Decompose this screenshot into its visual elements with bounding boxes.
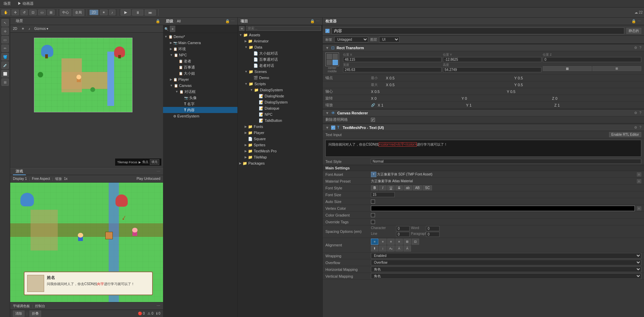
- fs-strikethrough-btn[interactable]: S: [395, 185, 403, 190]
- v-mapping-dropdown[interactable]: 角色: [371, 273, 641, 279]
- project-item-sprites[interactable]: ▶ 📁 Sprites: [238, 142, 322, 148]
- console-label[interactable]: 控制台: [35, 304, 45, 309]
- canvas-settings-icon[interactable]: ⚙: [634, 111, 637, 115]
- pos-y-input[interactable]: [443, 57, 541, 62]
- overflow-dropdown[interactable]: Overflow: [371, 260, 641, 265]
- cull-checkbox[interactable]: [371, 118, 375, 122]
- rtl-editor-btn[interactable]: Enable RTL Editor: [609, 132, 641, 137]
- project-item-packages[interactable]: ▶ 📁 Packages: [238, 160, 322, 166]
- align-right-btn[interactable]: ≡: [387, 239, 395, 245]
- project-search-input[interactable]: [246, 26, 321, 31]
- material-select-btn[interactable]: ○: [637, 179, 641, 183]
- font-size-input[interactable]: [371, 192, 395, 197]
- char-input[interactable]: [396, 226, 410, 231]
- rect-help-icon[interactable]: ?: [639, 46, 641, 50]
- tool-move2[interactable]: ✛: [1, 27, 9, 35]
- canvas-renderer-header[interactable]: ▼ 👁 Canvas Renderer ⚙ ?: [323, 109, 644, 116]
- hierarchy-item-dialogbox[interactable]: ▼ 📋 对话框: [163, 89, 237, 95]
- anchor-visual[interactable]: [325, 53, 339, 66]
- project-item-lzdh[interactable]: ▶ 📄 老者对话: [238, 62, 322, 69]
- scene-audio-btn[interactable]: ♪: [27, 26, 32, 31]
- tool-rect[interactable]: ▭: [38, 10, 46, 15]
- align-top-btn[interactable]: ⬆: [371, 245, 378, 251]
- tool-all[interactable]: ⊞: [47, 10, 55, 15]
- tool-picker[interactable]: 💉: [1, 61, 9, 69]
- hierarchy-item-name[interactable]: ▶ T 名字: [163, 101, 237, 107]
- rect-settings-icon[interactable]: ⚙: [634, 46, 637, 50]
- align-justify-btn[interactable]: ≡: [395, 239, 403, 245]
- tmp-help-icon[interactable]: ?: [639, 126, 641, 129]
- project-item-demo[interactable]: ▶ 🎬 Demo: [238, 75, 322, 81]
- tool-move[interactable]: ✛: [12, 10, 19, 15]
- view-2d-btn[interactable]: 2D: [89, 10, 99, 15]
- align-descender-btn[interactable]: Ā: [404, 245, 411, 251]
- project-item-square[interactable]: ▶ 📄 Square: [238, 136, 322, 142]
- project-item-bstdh[interactable]: ▶ 📄 百事通对话: [238, 56, 322, 62]
- options-icon[interactable]: ⋯: [231, 19, 235, 23]
- fs-underline-btn[interactable]: U: [387, 185, 395, 190]
- project-item-data[interactable]: ▼ 📁 Data: [238, 44, 322, 50]
- align-baseline-btn[interactable]: Ā: [395, 245, 403, 251]
- canvas-help-icon[interactable]: ?: [639, 111, 641, 115]
- project-item-dialoque[interactable]: ▶ 📝 Dialoque: [238, 105, 322, 111]
- view-lighting[interactable]: ☀: [100, 10, 108, 15]
- tool-scale[interactable]: ⊡: [29, 10, 37, 15]
- scene-light-btn[interactable]: ☀: [20, 26, 26, 31]
- collapse-btn[interactable]: 折叠: [30, 311, 41, 317]
- text-style-dropdown[interactable]: Normal: [371, 159, 641, 164]
- pause-button[interactable]: ⏸: [132, 10, 143, 16]
- tool-paint[interactable]: 🪣: [1, 53, 9, 60]
- hierarchy-item-demo[interactable]: ▼ 📋 Demo*: [163, 34, 237, 40]
- rt-btn1[interactable]: ▦: [543, 66, 592, 71]
- hierarchy-item-content[interactable]: ▶ T 内容: [163, 107, 237, 113]
- tilemap-focus-dropdown[interactable]: 填元: [150, 159, 159, 165]
- override-tags-checkbox[interactable]: [371, 220, 375, 224]
- tool-hand[interactable]: ✋: [1, 10, 10, 15]
- game-settings-icon[interactable]: ⋯: [157, 169, 160, 174]
- project-item-tmp[interactable]: ▶ 📁 TextMesh Pro: [238, 148, 322, 154]
- menu-scene[interactable]: 场景: [1, 1, 13, 6]
- hierarchy-item-avatar[interactable]: ▶ 📷 头像: [163, 95, 237, 101]
- wrapping-dropdown[interactable]: Enabled: [371, 253, 641, 259]
- tag-dropdown[interactable]: Untagged: [334, 37, 368, 42]
- tmp-text-area[interactable]: 问我你就问对人了，你去CSDN找<color=red>向宇</color>进行学…: [325, 140, 641, 157]
- tab-scene[interactable]: 场景: [13, 18, 26, 25]
- hierarchy-item-eventsystem[interactable]: ▶ ⚙ EventSystem: [163, 113, 237, 119]
- project-item-assets[interactable]: ▼ 📁 Assets: [238, 32, 322, 38]
- project-item-dialogsysscript[interactable]: ▶ 📝 DialogSystem: [238, 99, 322, 105]
- hierarchy-item-player[interactable]: ▶ 📋 Player: [163, 76, 237, 82]
- tool-fill[interactable]: ⊞: [1, 78, 9, 86]
- project-item-dialogsys[interactable]: ▼ 📁 DialogSystem: [238, 87, 322, 93]
- tool-box[interactable]: ▭: [1, 36, 9, 43]
- project-item-talkbutton[interactable]: ▶ 📝 TalkButton: [238, 117, 322, 124]
- align-center-btn[interactable]: ≡: [379, 239, 387, 245]
- object-enabled-checkbox[interactable]: [325, 29, 329, 33]
- layer-dropdown[interactable]: UI: [379, 37, 399, 42]
- tab-game[interactable]: 游戏: [13, 168, 26, 175]
- display-label[interactable]: Display 1: [13, 177, 27, 181]
- line-input[interactable]: [396, 232, 410, 237]
- project-item-dxjdh[interactable]: ▶ 📄 大小姐对话: [238, 50, 322, 56]
- paragraph-input[interactable]: [426, 232, 440, 237]
- hierarchy-item-npc[interactable]: ▼ 📋 NPC: [163, 52, 237, 58]
- options-icon[interactable]: ⋯: [638, 19, 641, 23]
- pos-z-input[interactable]: [543, 57, 641, 62]
- hierarchy-item-env[interactable]: ▶ 📋 环境: [163, 46, 237, 52]
- align-geo-btn[interactable]: ⊡: [412, 239, 419, 245]
- step-button[interactable]: ⏭: [145, 10, 156, 16]
- lock-icon[interactable]: 🔒: [310, 19, 315, 23]
- word-input[interactable]: [426, 226, 440, 231]
- pos-x-input[interactable]: [343, 57, 442, 62]
- tool-rotate[interactable]: ↺: [20, 10, 28, 15]
- tmp-enabled-checkbox[interactable]: [331, 126, 335, 130]
- tmp-header[interactable]: ▼ T TextMeshPro - Text (UI) ⚙ ?: [323, 124, 644, 131]
- lock-icon[interactable]: 🔒: [156, 19, 160, 23]
- width-input[interactable]: [343, 67, 442, 72]
- menu-animator[interactable]: ▶ 动画器: [16, 1, 36, 6]
- aspect-label[interactable]: Free Aspect: [32, 177, 50, 181]
- align-vmid-btn[interactable]: ↕: [379, 245, 387, 251]
- fs-smallcaps-btn[interactable]: SC: [423, 185, 432, 190]
- static-btn[interactable]: 静态的: [626, 28, 641, 34]
- play-unfocused[interactable]: Play Unfocused: [137, 177, 160, 181]
- scene-2d-btn[interactable]: 2D: [12, 26, 19, 31]
